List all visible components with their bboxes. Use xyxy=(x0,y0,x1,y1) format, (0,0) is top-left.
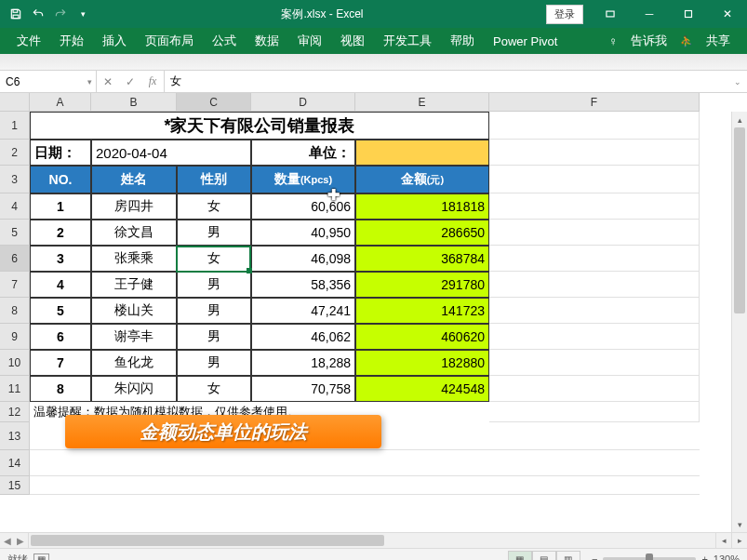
row-headers[interactable]: 123456789101112131415 xyxy=(0,112,30,495)
tell-me-button[interactable]: 告诉我 xyxy=(621,28,676,54)
minimize-icon[interactable]: ─ xyxy=(630,0,669,28)
col-header-E[interactable]: E xyxy=(355,93,489,112)
spreadsheet-grid[interactable]: ABCDEF 123456789101112131415 *家天下有限公司销量报… xyxy=(0,93,747,532)
row-header-7[interactable]: 7 xyxy=(0,272,30,298)
cell-no-2[interactable]: 2 xyxy=(30,220,91,246)
cell-name-2[interactable]: 徐文昌 xyxy=(91,220,177,246)
name-box[interactable]: C6 xyxy=(0,71,97,92)
tab-insert[interactable]: 插入 xyxy=(93,28,136,54)
redo-icon[interactable] xyxy=(50,4,71,24)
row-header-6[interactable]: 6 xyxy=(0,246,30,272)
cell-amount-2[interactable]: 286650 xyxy=(355,220,489,246)
tab-data[interactable]: 数据 xyxy=(246,28,288,54)
tab-file[interactable]: 文件 xyxy=(7,28,50,54)
tab-developer[interactable]: 开发工具 xyxy=(374,28,441,54)
cell-name-3[interactable]: 张乘乘 xyxy=(91,246,177,272)
header-qty[interactable]: 数量(Kpcs) xyxy=(251,166,355,193)
scroll-down-icon[interactable]: ▾ xyxy=(732,516,747,532)
maximize-icon[interactable] xyxy=(669,0,708,28)
cancel-icon[interactable]: ✕ xyxy=(97,71,119,93)
cell-no-1[interactable]: 1 xyxy=(30,193,91,220)
date-value[interactable]: 2020-04-04 xyxy=(91,140,251,166)
cell-qty-4[interactable]: 58,356 xyxy=(251,272,355,298)
col-header-A[interactable]: A xyxy=(30,93,91,112)
cell-amount-6[interactable]: 460620 xyxy=(355,324,489,350)
expand-formula-bar-icon[interactable]: ⌄ xyxy=(728,77,747,87)
ribbon-options-icon[interactable] xyxy=(591,0,630,28)
tab-power-pivot[interactable]: Power Pivot xyxy=(484,28,567,54)
save-icon[interactable] xyxy=(6,4,26,24)
cell-no-5[interactable]: 5 xyxy=(30,298,91,324)
banner-overlay[interactable]: 金额动态单位的玩法 xyxy=(65,415,381,448)
cell-gender-3[interactable]: 女 xyxy=(177,246,251,272)
scroll-right-icon[interactable]: ▸ xyxy=(731,533,747,548)
row-header-11[interactable]: 11 xyxy=(0,376,30,402)
zoom-in-button[interactable]: + xyxy=(701,553,707,560)
cell-qty-6[interactable]: 46,062 xyxy=(251,324,355,350)
header-amount[interactable]: 金额(元) xyxy=(355,166,489,193)
formula-input[interactable]: 女 xyxy=(165,71,728,92)
col-header-B[interactable]: B xyxy=(91,93,177,112)
login-button[interactable]: 登录 xyxy=(546,5,583,24)
row-header-3[interactable]: 3 xyxy=(0,166,30,193)
cell-name-8[interactable]: 朱闪闪 xyxy=(91,376,177,402)
cell-qty-3[interactable]: 46,098 xyxy=(251,246,355,272)
tab-page-layout[interactable]: 页面布局 xyxy=(136,28,203,54)
cell-qty-2[interactable]: 40,950 xyxy=(251,220,355,246)
cell-no-7[interactable]: 7 xyxy=(30,350,91,376)
fx-icon[interactable]: fx xyxy=(141,71,164,93)
cell-gender-2[interactable]: 男 xyxy=(177,220,251,246)
select-all-corner[interactable] xyxy=(0,93,30,112)
row-header-10[interactable]: 10 xyxy=(0,350,30,376)
horizontal-scrollbar[interactable] xyxy=(29,533,715,548)
zoom-level[interactable]: 130% xyxy=(714,553,740,560)
view-page-layout-icon[interactable]: ▤ xyxy=(532,551,556,560)
unit-label[interactable]: 单位： xyxy=(251,140,355,166)
cell-name-5[interactable]: 楼山关 xyxy=(91,298,177,324)
header-no[interactable]: NO. xyxy=(30,166,91,193)
tab-home[interactable]: 开始 xyxy=(50,28,93,54)
cell-qty-7[interactable]: 18,288 xyxy=(251,350,355,376)
zoom-out-button[interactable]: − xyxy=(592,553,597,560)
cell-no-4[interactable]: 4 xyxy=(30,272,91,298)
unit-value[interactable] xyxy=(355,140,489,166)
cell-amount-3[interactable]: 368784 xyxy=(355,246,489,272)
row-header-12[interactable]: 12 xyxy=(0,402,30,422)
row-header-13[interactable]: 13 xyxy=(0,422,30,450)
cell-no-8[interactable]: 8 xyxy=(30,376,91,402)
row-header-9[interactable]: 9 xyxy=(0,324,30,350)
cell-gender-8[interactable]: 女 xyxy=(177,376,251,402)
view-normal-icon[interactable]: ▦ xyxy=(508,551,532,560)
col-header-F[interactable]: F xyxy=(489,93,700,112)
undo-icon[interactable] xyxy=(28,4,48,24)
close-icon[interactable]: ✕ xyxy=(708,0,747,28)
scroll-left-icon[interactable]: ◂ xyxy=(715,533,731,548)
date-label[interactable]: 日期： xyxy=(30,140,91,166)
row-header-5[interactable]: 5 xyxy=(0,220,30,246)
cell-amount-7[interactable]: 182880 xyxy=(355,350,489,376)
view-page-break-icon[interactable]: ▥ xyxy=(556,551,580,560)
tab-help[interactable]: 帮助 xyxy=(441,28,484,54)
column-headers[interactable]: ABCDEF xyxy=(30,93,700,112)
header-name[interactable]: 姓名 xyxy=(91,166,177,193)
cell-qty-8[interactable]: 70,758 xyxy=(251,376,355,402)
row-header-1[interactable]: 1 xyxy=(0,112,30,140)
cell-name-1[interactable]: 房四井 xyxy=(91,193,177,220)
tab-formulas[interactable]: 公式 xyxy=(203,28,246,54)
cell-no-3[interactable]: 3 xyxy=(30,246,91,272)
tab-review[interactable]: 审阅 xyxy=(288,28,331,54)
cell-amount-4[interactable]: 291780 xyxy=(355,272,489,298)
cell-amount-1[interactable]: 181818 xyxy=(355,193,489,220)
qat-dropdown-icon[interactable]: ▾ xyxy=(73,4,93,24)
cell-amount-5[interactable]: 141723 xyxy=(355,298,489,324)
row-header-8[interactable]: 8 xyxy=(0,298,30,324)
cell-name-4[interactable]: 王子健 xyxy=(91,272,177,298)
macro-record-icon[interactable]: ▦ xyxy=(33,553,49,561)
row-header-15[interactable]: 15 xyxy=(0,476,30,495)
vertical-scrollbar[interactable]: ▴ ▾ xyxy=(731,112,747,532)
sheet-nav-buttons[interactable]: ◀▶ xyxy=(0,533,29,548)
scroll-up-icon[interactable]: ▴ xyxy=(732,112,747,127)
cell-gender-7[interactable]: 男 xyxy=(177,350,251,376)
cell-qty-5[interactable]: 47,241 xyxy=(251,298,355,324)
vertical-scroll-thumb[interactable] xyxy=(734,127,745,313)
